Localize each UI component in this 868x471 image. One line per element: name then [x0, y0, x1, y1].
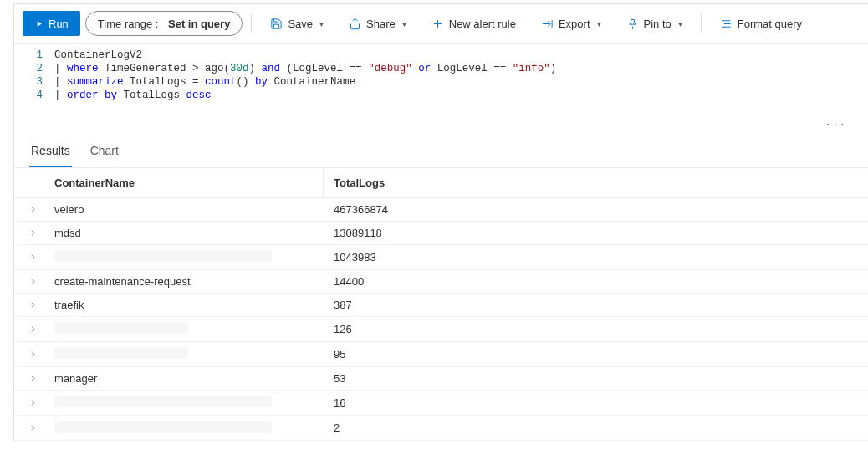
redacted-value [54, 421, 272, 433]
toolbar-divider [701, 14, 702, 33]
share-button[interactable]: Share ▾ [339, 11, 416, 36]
expand-row-icon[interactable] [14, 300, 51, 310]
pin-icon [626, 18, 639, 30]
table-row[interactable]: traefik387 [14, 294, 868, 317]
pin-button[interactable]: Pin to ▾ [616, 11, 692, 36]
cell-container-name: traefik [51, 294, 324, 316]
cell-total-logs: 2 [324, 417, 868, 439]
chevron-down-icon: ▾ [597, 19, 601, 28]
table-row[interactable]: mdsd13089118 [14, 222, 868, 245]
tab-results[interactable]: Results [29, 136, 72, 167]
results-body: velero467366874mdsd130891181043983create… [14, 198, 868, 441]
export-button[interactable]: Export ▾ [531, 11, 611, 36]
time-range-label: Time range : [98, 18, 159, 30]
toolbar-divider [251, 14, 252, 33]
line-number: 1 [14, 49, 54, 62]
editor-line[interactable]: 4| order by TotalLogs desc [14, 89, 868, 102]
expand-row-icon[interactable] [14, 423, 51, 433]
run-label: Run [49, 18, 69, 30]
table-row[interactable]: 126 [14, 317, 868, 342]
save-icon [270, 18, 283, 30]
results-header-row: ContainerName TotalLogs [14, 168, 868, 198]
export-icon [541, 18, 554, 30]
cell-container-name: velero [51, 198, 324, 221]
format-query-button[interactable]: Format query [710, 11, 812, 36]
results-tabs: Results Chart [14, 136, 868, 168]
query-editor[interactable]: 1ContainerLogV22| where TimeGenerated > … [14, 44, 868, 136]
save-button[interactable]: Save ▾ [260, 11, 334, 36]
expand-row-icon[interactable] [14, 374, 51, 383]
table-row[interactable]: 1043983 [14, 245, 868, 270]
code-content[interactable]: | summarize TotalLogs = count() by Conta… [54, 75, 355, 89]
line-number: 4 [14, 89, 54, 102]
time-range-value: Set in query [168, 18, 230, 30]
table-row[interactable]: velero467366874 [14, 198, 868, 222]
line-number: 3 [14, 75, 54, 89]
format-label: Format query [738, 18, 802, 30]
share-label: Share [366, 18, 396, 30]
chevron-down-icon: ▾ [402, 19, 406, 28]
editor-line[interactable]: 1ContainerLogV2 [14, 49, 868, 62]
log-analytics-panel: Run Time range : Set in query Save ▾ Sha… [13, 3, 868, 441]
cell-container-name [51, 391, 324, 415]
cell-total-logs: 387 [324, 294, 868, 316]
code-content[interactable]: | where TimeGenerated > ago(30d) and (Lo… [54, 62, 556, 75]
editor-line[interactable]: 2| where TimeGenerated > ago(30d) and (L… [14, 62, 868, 75]
cell-total-logs: 14400 [324, 270, 868, 293]
cell-total-logs: 126 [324, 318, 868, 340]
cell-container-name: manager [51, 367, 324, 390]
cell-container-name [51, 342, 324, 366]
expand-row-icon[interactable] [14, 253, 51, 262]
save-label: Save [288, 18, 313, 30]
toolbar: Run Time range : Set in query Save ▾ Sha… [14, 4, 868, 44]
editor-more-icon[interactable]: ··· [825, 119, 846, 132]
cell-total-logs: 467366874 [324, 198, 868, 221]
cell-container-name: create-maintenance-request [51, 270, 324, 293]
play-icon [34, 19, 43, 28]
column-header-total-logs[interactable]: TotalLogs [324, 168, 868, 197]
expand-row-icon[interactable] [14, 277, 51, 286]
code-content[interactable]: ContainerLogV2 [54, 49, 142, 62]
cell-total-logs: 16 [324, 392, 868, 414]
cell-container-name: mdsd [51, 222, 324, 244]
expand-column-header [14, 168, 51, 197]
table-row[interactable]: 2 [14, 416, 868, 441]
cell-total-logs: 95 [324, 343, 868, 366]
new-alert-label: New alert rule [449, 18, 516, 30]
chevron-down-icon: ▾ [678, 19, 682, 28]
redacted-value [54, 347, 188, 359]
table-row[interactable]: manager53 [14, 367, 868, 391]
tab-chart[interactable]: Chart [89, 136, 120, 167]
code-content[interactable]: | order by TotalLogs desc [54, 89, 212, 102]
new-alert-button[interactable]: New alert rule [421, 11, 526, 36]
column-header-container-name[interactable]: ContainerName [51, 168, 324, 197]
line-number: 2 [14, 62, 54, 75]
table-row[interactable]: create-maintenance-request14400 [14, 270, 868, 294]
share-icon [349, 18, 361, 30]
redacted-value [54, 250, 272, 262]
redacted-value [54, 322, 188, 334]
plus-icon [431, 18, 444, 30]
cell-total-logs: 53 [324, 367, 868, 390]
cell-total-logs: 1043983 [324, 246, 868, 269]
table-row[interactable]: 16 [14, 391, 868, 416]
format-icon [720, 18, 733, 30]
expand-row-icon[interactable] [14, 325, 51, 334]
table-row[interactable]: 95 [14, 342, 868, 367]
expand-row-icon[interactable] [14, 205, 51, 214]
run-button[interactable]: Run [23, 11, 80, 36]
expand-row-icon[interactable] [14, 228, 51, 238]
pin-label: Pin to [644, 18, 671, 30]
chevron-down-icon: ▾ [319, 19, 324, 28]
cell-container-name [51, 416, 324, 440]
time-range-picker[interactable]: Time range : Set in query [85, 11, 243, 36]
expand-row-icon[interactable] [14, 398, 51, 407]
redacted-value [54, 396, 272, 407]
export-label: Export [559, 18, 590, 30]
expand-row-icon[interactable] [14, 350, 51, 359]
editor-line[interactable]: 3| summarize TotalLogs = count() by Cont… [14, 75, 868, 89]
cell-container-name [51, 317, 324, 341]
cell-container-name [51, 245, 324, 269]
cell-total-logs: 13089118 [324, 222, 868, 244]
